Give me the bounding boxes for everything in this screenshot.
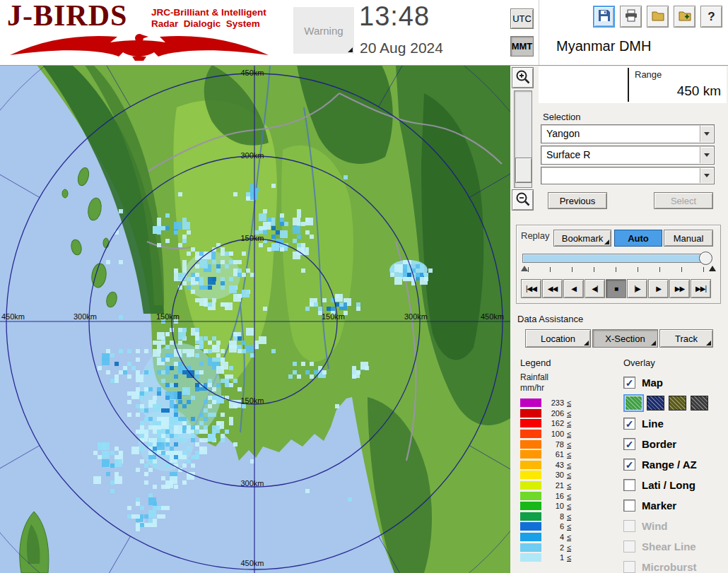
playback-controls: |◀◀ ◀◀ ◀ ◀| ■ |▶ ▶ ▶▶ ▶▶| <box>521 279 711 298</box>
option-dropdown[interactable] <box>541 167 715 184</box>
legend-subtitle-unit: mm/hr <box>520 383 619 394</box>
radar-map[interactable]: 450km 300km 150km 150km 300km 450km 450k… <box>0 65 510 573</box>
legend-scale: 233≤ 206≤ 162≤ 100≤ 78≤ 61≤ 43≤ 30≤ 21≤ … <box>520 398 619 563</box>
map-style-swatch-navy[interactable] <box>647 396 664 410</box>
jbirds-app: J-BIRDS JRC-Brilliant & IntelligentRadar… <box>0 0 728 573</box>
dropdown-button[interactable] <box>700 147 713 163</box>
range-az-checkbox[interactable]: ✓ <box>623 459 635 471</box>
legend-entry: 30≤ <box>520 470 619 480</box>
dropdown-button[interactable] <box>700 168 713 183</box>
printer-icon <box>624 8 638 25</box>
open-folder-button[interactable] <box>647 6 669 28</box>
map-style-swatch-gray[interactable] <box>691 396 708 410</box>
range-value: 450 km <box>677 83 721 99</box>
map-style-swatch-green[interactable] <box>625 396 642 410</box>
track-button[interactable]: Track <box>659 329 713 348</box>
overlay-panel: Overlay ✓ Map ✓ Line ✓ Border ✓ Range <box>623 358 727 573</box>
range-readout: Range 450 km <box>539 66 727 103</box>
legend-color-swatch <box>520 471 541 479</box>
previous-button[interactable]: Previous <box>548 192 607 209</box>
shear-line-checkbox <box>623 540 635 553</box>
legend-color-swatch <box>520 512 541 521</box>
warning-button[interactable]: Warning <box>293 7 354 54</box>
legend-entry: 1≤ <box>520 553 619 563</box>
product-dropdown[interactable]: Surface R <box>541 146 715 165</box>
product-dropdown-value: Surface R <box>546 149 590 160</box>
legend-color-swatch <box>520 398 541 407</box>
range-divider <box>628 68 629 102</box>
legend-color-swatch <box>520 409 541 418</box>
print-button[interactable] <box>620 6 642 28</box>
overlay-item-shear-line: Shear Line <box>623 536 727 557</box>
control-panel: Range 450 km Selection Yangon Surface R … <box>510 65 728 573</box>
lati-long-checkbox[interactable] <box>623 479 635 491</box>
map-style-swatch-olive[interactable] <box>669 396 686 410</box>
tagline-line1: JRC-Brilliant & Intelligent <box>151 7 266 18</box>
zoom-slider[interactable] <box>514 90 532 188</box>
line-checkbox[interactable]: ✓ <box>623 418 635 430</box>
help-icon: ? <box>708 10 715 24</box>
timeline-end-marker-icon <box>709 266 716 271</box>
play-button[interactable]: ▶ <box>648 279 669 298</box>
utc-button[interactable]: UTC <box>510 8 534 29</box>
help-button[interactable]: ? <box>700 6 722 28</box>
app-logo-tagline: JRC-Brilliant & IntelligentRadar Dialogi… <box>151 7 266 29</box>
legend-entry: 100≤ <box>520 429 619 439</box>
microburst-checkbox <box>623 561 635 573</box>
clock-date: 20 Aug 2024 <box>360 40 443 57</box>
step-forward-button[interactable]: |▶ <box>627 279 647 298</box>
legend-entry: 2≤ <box>520 542 619 553</box>
range-label: Range <box>635 69 662 80</box>
legend-color-swatch <box>520 461 541 469</box>
overlay-item-lati-long: Lati / Long <box>623 475 727 495</box>
save-button[interactable] <box>593 6 615 28</box>
x-section-button[interactable]: X-Section <box>592 329 658 348</box>
export-button[interactable] <box>674 6 695 28</box>
overlay-item-microburst: Microburst <box>623 557 727 573</box>
toolbar: ? <box>593 6 722 28</box>
site-dropdown-value: Yangon <box>546 128 580 139</box>
legend-entry: 78≤ <box>520 439 619 449</box>
replay-label: Replay <box>521 230 549 241</box>
zoom-in-button[interactable] <box>512 67 534 88</box>
timeline-slider-thumb[interactable] <box>699 252 712 265</box>
fast-forward-button[interactable]: ▶▶ <box>669 279 690 298</box>
replay-timeline-slider[interactable] <box>522 254 709 263</box>
skip-start-button[interactable]: |◀◀ <box>521 279 541 298</box>
map-checkbox[interactable]: ✓ <box>623 377 635 389</box>
warning-label: Warning <box>304 25 343 37</box>
site-dropdown[interactable]: Yangon <box>541 124 715 143</box>
step-back-button[interactable]: ◀| <box>585 279 605 298</box>
legend-color-swatch <box>520 522 541 531</box>
legend-color-swatch <box>520 533 541 541</box>
skip-end-button[interactable]: ▶▶| <box>691 279 711 298</box>
replay-group: Replay Bookmark Auto Manual |◀◀ ◀◀ ◀ ◀| … <box>516 225 721 304</box>
dropdown-button[interactable] <box>700 126 713 142</box>
chevron-down-icon <box>704 174 710 177</box>
select-button: Select <box>654 192 713 209</box>
legend-entry: 233≤ <box>520 398 619 408</box>
overlay-item-map: ✓ Map <box>623 372 727 393</box>
legend-subtitle-rainfall: Rainfall <box>520 372 619 383</box>
fast-rewind-button[interactable]: ◀◀ <box>542 279 563 298</box>
chevron-down-icon <box>704 132 710 136</box>
selection-label: Selection <box>543 112 580 122</box>
eagle-logo-icon <box>4 31 274 64</box>
legend-entry: 4≤ <box>520 532 619 543</box>
app-logo-title: J-BIRDS <box>7 0 127 33</box>
marker-checkbox[interactable] <box>623 500 635 512</box>
location-button[interactable]: Location <box>525 329 591 348</box>
legend-color-swatch <box>520 502 541 510</box>
bookmark-button[interactable]: Bookmark <box>553 230 611 247</box>
stop-button[interactable]: ■ <box>606 279 626 298</box>
auto-button[interactable]: Auto <box>614 230 662 247</box>
legend-color-swatch <box>520 553 541 562</box>
border-checkbox[interactable]: ✓ <box>623 438 635 450</box>
zoom-out-button[interactable] <box>512 189 534 211</box>
overlay-item-range-az: ✓ Range / AZ <box>623 454 727 475</box>
play-reverse-button[interactable]: ◀ <box>563 279 584 298</box>
legend-entry: 162≤ <box>520 418 619 429</box>
mmt-button[interactable]: MMT <box>510 36 534 57</box>
zoom-slider-thumb[interactable] <box>515 158 532 183</box>
manual-button[interactable]: Manual <box>664 230 713 247</box>
